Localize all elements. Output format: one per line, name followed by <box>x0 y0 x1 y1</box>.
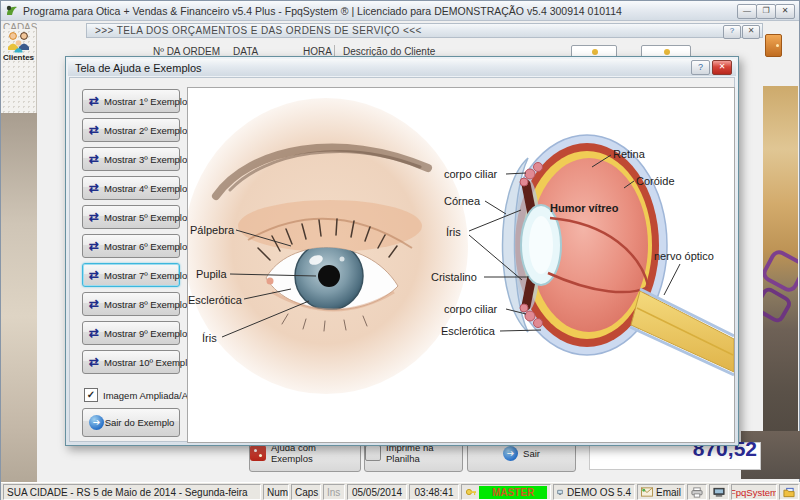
mostrar-exemplo-2-button[interactable]: ⇄Mostrar 2º Exemplo <box>82 118 180 142</box>
fpqsystem-button[interactable]: FpqSystem <box>731 484 777 500</box>
dialog-title: Tela de Ajuda e Exemplos <box>75 62 202 74</box>
label-corpo-ciliar-superior: corpo ciliar <box>444 168 498 180</box>
child-window-title: >>> TELA DOS ORÇAMENTOS E DAS ORDENS DE … <box>95 25 422 36</box>
status-version: DEMO OS 5.4 <box>553 484 635 500</box>
status-num-lock: Num <box>263 484 289 500</box>
folder-icon <box>783 487 795 498</box>
eye-anatomy-illustration: Pálpebra Pupila Esclerótica Íris <box>188 88 734 442</box>
status-user: MASTER <box>461 484 551 500</box>
label-iris-section: Íris <box>446 226 461 238</box>
swap-arrows-icon: ⇄ <box>89 270 99 280</box>
label-pupila: Pupila <box>196 268 227 280</box>
swap-arrows-icon: ⇄ <box>89 241 99 251</box>
label-palpebra: Pálpebra <box>190 224 235 236</box>
status-date: 05/05/2014 <box>347 484 407 500</box>
label-corpo-ciliar-inferior: corpo ciliar <box>444 303 498 315</box>
monitor-button[interactable] <box>709 484 729 500</box>
label-cornea: Córnea <box>444 195 481 207</box>
swap-arrows-icon: ⇄ <box>89 212 99 222</box>
child-help-button[interactable]: ? <box>723 25 741 39</box>
checkbox-checked-icon[interactable]: ✓ <box>84 388 98 402</box>
status-insert: Ins <box>323 484 345 500</box>
clientes-toolbar-button[interactable]: Clientes <box>2 31 35 67</box>
child-close-button[interactable]: ✕ <box>742 25 760 39</box>
example-image-area: Pálpebra Pupila Esclerótica Íris <box>187 87 735 443</box>
printer-icon <box>691 487 703 498</box>
computer-icon <box>557 487 563 498</box>
print-sheet-icon <box>365 445 381 461</box>
dialog-close-button[interactable]: ✕ <box>712 60 732 75</box>
swap-arrows-icon: ⇄ <box>89 154 99 164</box>
close-button[interactable]: ✕ <box>775 4 795 19</box>
app-logo-icon <box>5 4 19 18</box>
folder-button[interactable] <box>779 484 799 500</box>
status-location: SUA CIDADE - RS 5 de Maio de 2014 - Segu… <box>3 484 261 500</box>
exit-door-icon[interactable] <box>765 34 782 57</box>
window-title: Programa para Otica + Vendas & Financeir… <box>23 5 622 17</box>
main-window: Programa para Otica + Vendas & Financeir… <box>0 0 800 500</box>
sair-do-exemplo-button[interactable]: ➔ Sair do Exemplo <box>82 408 180 437</box>
label-coroide: Coróide <box>636 175 675 187</box>
user-badge: MASTER <box>479 486 547 499</box>
label-esclerotica-section: Esclerótica <box>441 325 496 337</box>
sair-background-label: Sair <box>523 448 540 459</box>
mostrar-exemplo-3-button[interactable]: ⇄Mostrar 3º Exemplo <box>82 147 180 171</box>
monitor-icon <box>713 487 725 498</box>
status-bar: SUA CIDADE - RS 5 de Maio de 2014 - Segu… <box>1 482 800 500</box>
dialog-titlebar: Tela de Ajuda e Exemplos <box>68 59 736 76</box>
email-icon <box>641 487 653 497</box>
child-window-titlebar: >>> TELA DOS ORÇAMENTOS E DAS ORDENS DE … <box>86 23 763 38</box>
dialog-body: ⇄Mostrar 1º Exemplo ⇄Mostrar 2º Exemplo … <box>69 77 735 442</box>
swap-arrows-icon: ⇄ <box>89 357 99 367</box>
status-time: 03:48:41 <box>409 484 459 500</box>
help-red-icon <box>250 445 266 461</box>
right-background-photo <box>763 86 798 479</box>
mostrar-exemplo-10-button[interactable]: ⇄Mostrar 10º Exemplo <box>82 350 180 374</box>
left-toolbar: Clientes <box>1 29 37 113</box>
label-esclerotica: Esclerótica <box>188 294 243 306</box>
mostrar-exemplo-1-button[interactable]: ⇄Mostrar 1º Exemplo <box>82 89 180 113</box>
swap-arrows-icon: ⇄ <box>89 96 99 106</box>
clients-people-icon <box>5 31 33 53</box>
mostrar-exemplo-8-button[interactable]: ⇄Mostrar 8º Exemplo <box>82 292 180 316</box>
left-background-photo <box>1 113 37 482</box>
restore-button[interactable]: ❐ <box>756 4 776 19</box>
help-examples-dialog: Tela de Ajuda e Exemplos ? ✕ ⇄Mostrar 1º… <box>65 56 739 446</box>
blue-arrow-icon: ➔ <box>503 446 518 461</box>
swap-arrows-icon: ⇄ <box>89 183 99 193</box>
swap-arrows-icon: ⇄ <box>89 299 99 309</box>
exit-arrow-icon: ➔ <box>89 415 104 430</box>
mostrar-exemplo-9-button[interactable]: ⇄Mostrar 9º Exemplo <box>82 321 180 345</box>
dialog-help-button[interactable]: ? <box>691 60 710 75</box>
eye-cross-section: corpo ciliar Córnea Íris Cristalino corp… <box>431 135 734 375</box>
swap-arrows-icon: ⇄ <box>89 328 99 338</box>
clientes-label: Clientes <box>2 53 35 62</box>
key-icon <box>465 486 477 498</box>
label-humor-vitreo: Humor vítreo <box>550 202 619 214</box>
email-button[interactable]: Email <box>637 484 685 500</box>
status-caps-lock: Caps <box>291 484 321 500</box>
label-cristalino: Cristalino <box>431 271 477 283</box>
main-titlebar: Programa para Otica + Vendas & Financeir… <box>1 1 799 21</box>
mostrar-exemplo-6-button[interactable]: ⇄Mostrar 6º Exemplo <box>82 234 180 258</box>
label-iris: Íris <box>202 332 217 344</box>
swap-arrows-icon: ⇄ <box>89 125 99 135</box>
mostrar-exemplo-7-button[interactable]: ⇄Mostrar 7º Exemplo <box>82 263 180 287</box>
eye-photo-illustration: Pálpebra Pupila Esclerótica Íris <box>188 98 468 394</box>
label-nervo-optico: nervo óptico <box>654 250 714 262</box>
print-button[interactable] <box>687 484 707 500</box>
label-retina: Retina <box>613 148 646 160</box>
sair-do-exemplo-label: Sair do Exemplo <box>104 417 175 428</box>
mostrar-exemplo-4-button[interactable]: ⇄Mostrar 4º Exemplo <box>82 176 180 200</box>
minimize-button[interactable]: — <box>737 4 757 19</box>
mostrar-exemplo-5-button[interactable]: ⇄Mostrar 5º Exemplo <box>82 205 180 229</box>
